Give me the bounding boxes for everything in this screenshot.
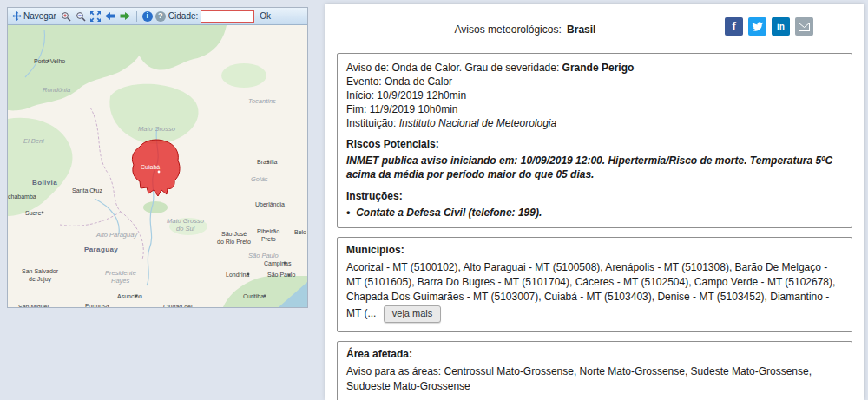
map-label: Santa Cruz [72, 187, 103, 193]
map-label: Rondônia [43, 86, 70, 94]
toolbar-divider [136, 11, 137, 22]
zoom-in-button[interactable] [60, 11, 72, 22]
page-title-country: Brasil [567, 23, 595, 36]
municipalities-box: Municípios: Acorizal - MT (5100102), Alt… [337, 237, 852, 332]
zoom-in-icon [61, 11, 71, 22]
move-icon [12, 11, 22, 21]
map-label: Mato Grosso [138, 125, 175, 133]
alert-start-line: Início: 10/9/2019 12h0min [346, 89, 843, 102]
map-label: Ribeirão [257, 228, 279, 234]
map-panel: Navegar [7, 7, 308, 308]
email-share-button[interactable] [795, 17, 813, 36]
pan-tool-button[interactable]: Navegar [11, 11, 57, 21]
linkedin-icon: in [777, 22, 785, 31]
page-title-prefix: Avisos meteorológicos: [455, 23, 562, 36]
alert-details-box: Aviso de: Onda de Calor. Grau de severid… [337, 53, 852, 228]
pan-forward-button[interactable] [119, 11, 131, 21]
map-label: chabamba [8, 193, 36, 200]
veja-mais-button[interactable]: veja mais [384, 305, 441, 323]
forward-arrow-icon [120, 11, 130, 21]
help-icon[interactable]: ? [155, 11, 166, 22]
map-label: Alto Paraguay [95, 231, 138, 239]
envelope-icon [799, 23, 810, 31]
cidade-input[interactable] [201, 10, 254, 23]
map-label: Ciudad del [163, 304, 193, 307]
institution-name: Instituto Nacional de Meteorologia [399, 117, 556, 129]
navegar-label: Navegar [23, 11, 56, 21]
map-label: Asunción [117, 293, 142, 299]
back-arrow-icon [105, 11, 115, 21]
map-label: São Paulo [267, 272, 295, 278]
map-label: Tocantins [248, 97, 276, 105]
institution-label: Instituição: [346, 117, 396, 129]
map-canvas[interactable]: Porto VelhoRondôniaEl BeniMato GrossoCui… [8, 25, 307, 307]
instruction-text: Contate a Defesa Civil (telefone: 199). [356, 207, 542, 220]
map-label: de Jujuy [29, 276, 52, 283]
municipalities-list: Acorizal - MT (5100102), Alto Paraguai -… [346, 260, 843, 323]
map-label: São José [221, 231, 247, 237]
map-label: El Beni [23, 137, 44, 145]
alert-end-line: Fim: 11/9/2019 10h0min [346, 103, 843, 116]
map-label: San Miguel [18, 304, 49, 307]
map-label: Sucre [25, 210, 41, 216]
cidade-label: Cidade: [168, 11, 198, 21]
page-title: Avisos meteorológicos: Brasil [326, 23, 725, 36]
full-extent-button[interactable] [89, 11, 102, 22]
map-label: do Sul [176, 225, 195, 233]
map-label: Curitiba [243, 293, 264, 299]
map-label: Formosa [85, 303, 109, 307]
linkedin-share-button[interactable]: in [772, 17, 790, 36]
zoom-out-icon [76, 11, 86, 22]
map-label: do Rio Preto [217, 239, 251, 245]
affected-area-title: Área afetada: [346, 348, 843, 361]
map-label: Preto [261, 236, 276, 242]
map-label: Bolivia [32, 179, 57, 187]
pan-back-button[interactable] [104, 11, 116, 21]
alert-event-line: Evento: Onda de Calor [346, 75, 843, 89]
map-label: Belo [294, 229, 306, 235]
map-label: Uberlândia [255, 201, 285, 207]
affected-area-box: Área afetada: Aviso para as áreas: Centr… [337, 341, 852, 400]
expand-icon [90, 11, 101, 22]
risks-text: INMET publica aviso iniciando em: 10/09/… [346, 154, 843, 181]
map-label: Presidente [105, 269, 136, 277]
risks-title: Riscos Potenciais: [346, 138, 843, 151]
map-label: São Paulo [248, 252, 279, 259]
map-label: Brasília [257, 159, 277, 165]
facebook-icon: f [732, 20, 736, 34]
municipalities-title: Municípios: [346, 244, 843, 257]
map-label: Porto Velho [34, 58, 65, 64]
map-toolbar: Navegar [8, 8, 307, 25]
social-share-bar: f in [725, 17, 813, 36]
info-icon[interactable]: i [142, 11, 153, 22]
alert-institution-line: Instituição: Instituto Nacional de Meteo… [346, 117, 843, 130]
map-label: Cuiabá [141, 164, 160, 170]
map-label: Mato Grosso [167, 217, 204, 225]
map-svg: Porto VelhoRondôniaEl BeniMato GrossoCui… [8, 25, 307, 307]
alert-type-text: Aviso de: Onda de Calor. Grau de severid… [346, 62, 559, 74]
map-label: Hayes [111, 277, 130, 285]
twitter-icon [752, 22, 763, 31]
map-label: Londrina [226, 272, 249, 278]
twitter-share-button[interactable] [748, 17, 766, 36]
alert-severity: Grande Perigo [562, 62, 635, 74]
map-label: San Salvador [22, 268, 59, 274]
map-label: Paraguay [84, 246, 118, 253]
bullet-icon: • [346, 207, 350, 220]
alert-type-line: Aviso de: Onda de Calor. Grau de severid… [346, 62, 843, 75]
map-label: Campinas [264, 260, 292, 267]
instructions-title: Instruções: [346, 190, 843, 203]
affected-area-text: Aviso para as áreas: Centrossul Mato-Gro… [346, 364, 843, 395]
ok-button[interactable]: Ok [260, 11, 271, 21]
instruction-item: • Contate a Defesa Civil (telefone: 199)… [346, 207, 843, 220]
alerts-panel: Avisos meteorológicos: Brasil f in [326, 4, 864, 400]
facebook-share-button[interactable]: f [725, 17, 743, 36]
zoom-out-button[interactable] [75, 11, 87, 22]
panel-header: Avisos meteorológicos: Brasil f in [326, 4, 864, 53]
map-label: Goiás [251, 175, 268, 183]
